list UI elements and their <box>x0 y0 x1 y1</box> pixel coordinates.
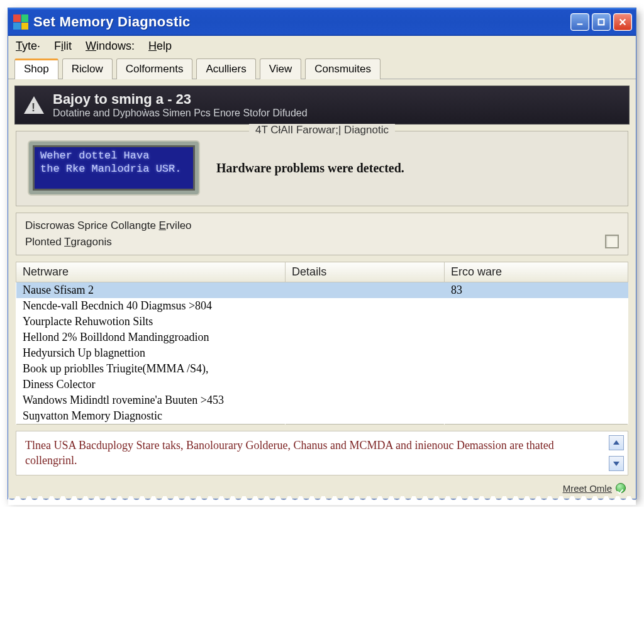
app-window: Set Memory Diagnostic Tyte· Filit Window… <box>8 8 636 499</box>
tabstrip: Shop Riclow Colforments Aculliers View C… <box>8 58 636 79</box>
table-cell: Nause Sfisam 2 <box>16 282 286 299</box>
diagnostic-legend: 4T CłAlI Farowar;| Diagnotic <box>249 124 395 136</box>
results-table: Netrware Details Erco ware Nause Sfisam … <box>16 262 628 425</box>
col-details[interactable]: Details <box>286 262 445 282</box>
table-row[interactable]: Yourplacte Rehuwotion Silts <box>16 314 628 330</box>
banner-title: Bajoy to sming a - 23 <box>53 91 308 108</box>
table-cell <box>286 408 445 425</box>
table-cell <box>286 298 445 314</box>
close-button[interactable] <box>613 13 632 31</box>
results-table-wrap: Netrware Details Erco ware Nause Sfisam … <box>8 262 636 425</box>
options-panel: Discrowas Sprice Collangte Ervileo Plont… <box>16 213 628 255</box>
table-row[interactable]: Book up prioblles Triugite(MMMA /S4), <box>16 361 628 377</box>
tab-riclow[interactable]: Riclow <box>62 58 113 79</box>
table-cell <box>445 345 628 361</box>
table-row[interactable]: Hellond 2% Boilldond Mandinggroadion <box>16 330 628 345</box>
table-row[interactable]: Diness Colector <box>16 377 628 392</box>
svg-marker-4 <box>613 440 619 445</box>
tab-shop[interactable]: Shop <box>14 58 58 79</box>
statusbar: Mreet Omle <box>8 480 636 499</box>
svg-rect-1 <box>599 19 604 25</box>
tab-view[interactable]: View <box>260 58 302 79</box>
table-row[interactable]: Nause Sfisam 283 <box>16 282 628 299</box>
table-cell: Nencde-vall Becdnich 40 Diagmsus >804 <box>16 298 286 314</box>
table-cell <box>286 345 445 361</box>
options-line-1: Discrowas Sprice Collangte Ervileo <box>25 219 192 232</box>
menubar: Tyte· Filit Windows: Help <box>8 36 636 58</box>
col-netrware[interactable]: Netrware <box>16 262 286 282</box>
footnote-panel: Tlnea USA Bacduplogy Stare taks, Banolou… <box>16 431 628 475</box>
diagnostic-message: Hardware problems were detected. <box>216 161 404 175</box>
table-cell <box>445 377 628 392</box>
menu-windows[interactable]: Windows: <box>86 40 135 53</box>
maximize-button[interactable] <box>592 13 611 31</box>
tab-aculliers[interactable]: Aculliers <box>196 58 255 79</box>
table-cell: Hellond 2% Boilldond Mandinggroadion <box>16 330 286 345</box>
menu-tyte[interactable]: Tyte· <box>16 40 40 53</box>
warning-icon <box>24 96 44 114</box>
table-cell: Wandows Midindtl rovemine'a Buuten >453 <box>16 392 286 408</box>
table-row[interactable]: Suŋvatton Memory Diagnostic <box>16 408 628 425</box>
lcd-line-1: Weher dottel Hava <box>40 149 187 162</box>
table-cell <box>286 361 445 377</box>
table-cell: Yourplacte Rehuwotion Silts <box>16 314 286 330</box>
table-row[interactable]: Hedyursich Up blagnettion <box>16 345 628 361</box>
table-cell: Diness Colector <box>16 377 286 392</box>
caption-buttons <box>570 13 632 31</box>
table-cell <box>286 392 445 408</box>
table-cell <box>445 298 628 314</box>
results-tbody: Nause Sfisam 283Nencde-vall Becdnich 40 … <box>16 282 628 425</box>
options-line-2: Plonted Tgragonis <box>25 236 192 248</box>
table-cell <box>286 282 445 299</box>
app-icon <box>13 14 28 30</box>
scroll-up-button[interactable] <box>609 435 624 450</box>
table-row[interactable]: Nencde-vall Becdnich 40 Diagmsus >804 <box>16 298 628 314</box>
table-cell <box>286 377 445 392</box>
table-cell <box>445 314 628 330</box>
titlebar: Set Memory Diagnostic <box>8 8 636 36</box>
table-row[interactable]: Wandows Midindtl rovemine'a Buuten >453 <box>16 392 628 408</box>
table-cell <box>286 314 445 330</box>
scroll-down-button[interactable] <box>609 456 624 471</box>
table-cell <box>445 361 628 377</box>
lcd-line-2: the Rke Manlodria USR. <box>40 162 187 175</box>
menu-help[interactable]: Help <box>148 40 172 53</box>
table-cell: Hedyursich Up blagnettion <box>16 345 286 361</box>
table-cell <box>445 392 628 408</box>
options-checkbox[interactable] <box>605 235 619 248</box>
status-ok-icon <box>616 483 626 493</box>
table-cell: Suŋvatton Memory Diagnostic <box>16 408 286 425</box>
menu-filit[interactable]: Filit <box>54 40 72 53</box>
col-ercoware[interactable]: Erco ware <box>445 262 628 282</box>
table-cell: Book up prioblles Triugite(MMMA /S4), <box>16 361 286 377</box>
minimize-button[interactable] <box>570 13 589 31</box>
footnote-text: Tlnea USA Bacduplogy Stare taks, Banolou… <box>25 439 554 467</box>
status-text[interactable]: Mreet Omle <box>563 483 612 494</box>
diagnostic-panel: 4T CłAlI Farowar;| Diagnotic Weher dotte… <box>16 131 628 206</box>
alert-banner: Bajoy to sming a - 23 Dotatine and Dypho… <box>14 86 630 125</box>
table-cell <box>445 408 628 425</box>
banner-subtitle: Dotatine and Dyphoẁas Simen Pcs Enore St… <box>53 108 308 119</box>
lcd-display: Weher dottel Hava the Rke Manlodria USR. <box>29 142 199 194</box>
table-cell: 83 <box>445 282 628 299</box>
svg-marker-5 <box>613 462 619 466</box>
table-cell <box>445 330 628 345</box>
tab-consmuites[interactable]: Consmuites <box>305 58 380 79</box>
window-title: Set Memory Diagnostic <box>33 14 191 30</box>
tab-colforments[interactable]: Colforments <box>116 58 193 79</box>
table-cell <box>286 330 445 345</box>
